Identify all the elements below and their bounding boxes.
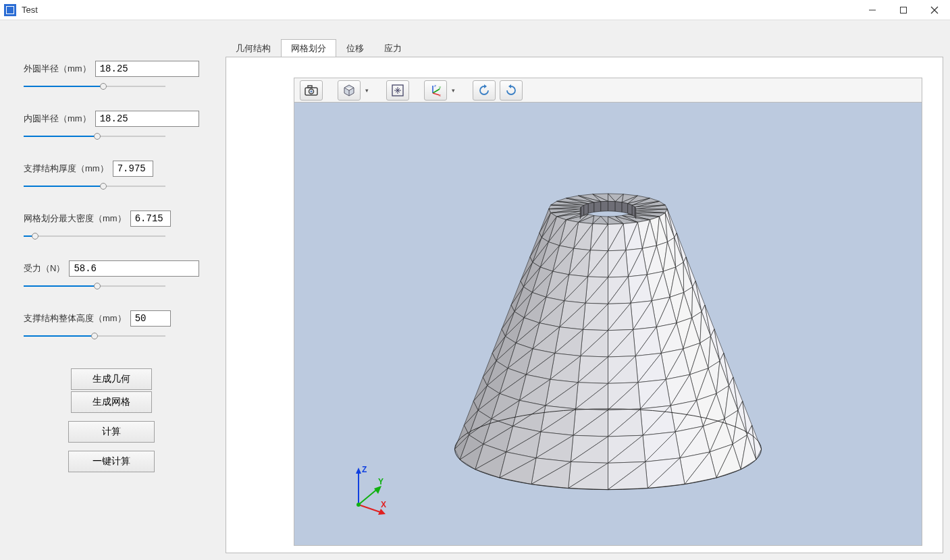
generate-geometry-button[interactable]: 生成几何 [71,368,152,390]
close-button[interactable] [919,0,950,20]
parameter-sidebar: 外圆半径（mm）内圆半径（mm）支撑结构厚度（mm）网格划分最大密度（mm）受力… [0,20,223,560]
param-group: 外圆半径（mm） [24,61,199,92]
param-input[interactable] [95,61,199,77]
maximize-button[interactable] [888,0,919,20]
svg-text:Y: Y [378,477,384,486]
window-title: Test [22,5,857,15]
param-input[interactable] [69,260,199,277]
axes-dropdown-icon[interactable]: ▾ [448,87,458,94]
cube-icon[interactable] [338,80,361,101]
tab[interactable]: 位移 [336,39,374,57]
param-input[interactable] [130,211,171,227]
svg-text:y: y [439,85,441,89]
param-input[interactable] [113,161,153,177]
param-group: 支撑结构厚度（mm） [24,161,199,192]
tab[interactable]: 应力 [374,39,412,57]
tab[interactable]: 几何结构 [226,39,281,57]
fit-icon[interactable] [386,80,409,101]
param-input[interactable] [130,310,171,327]
svg-line-22 [359,505,382,513]
svg-rect-7 [308,86,312,88]
param-slider[interactable] [24,131,165,142]
mesh-canvas[interactable]: Z Y X [294,103,922,545]
cube-dropdown-icon[interactable]: ▾ [362,87,371,94]
svg-point-25 [357,503,361,507]
rotate-cw-icon[interactable] [500,80,523,101]
viewport-toolbar: ▾ zyx ▾ [294,78,922,103]
svg-point-6 [311,90,313,92]
axis-triad: Z Y X [348,464,396,518]
tab-bar: 几何结构网格划分位移应力 [223,39,950,57]
svg-rect-1 [901,7,907,13]
title-bar: Test [0,0,950,20]
param-label: 外圆半径（mm） [24,63,91,75]
svg-text:z: z [434,84,436,88]
generate-mesh-button[interactable]: 生成网格 [71,391,152,413]
param-label: 内圆半径（mm） [24,113,91,125]
main-panel: 几何结构网格划分位移应力 ▾ zyx ▾ [223,20,950,560]
camera-icon[interactable] [300,80,323,101]
param-slider[interactable] [24,331,165,341]
one-click-compute-button[interactable]: 一键计算 [68,451,155,472]
param-input[interactable] [95,111,199,127]
compute-button[interactable]: 计算 [68,421,155,443]
svg-text:X: X [381,500,386,509]
param-group: 网格划分最大密度（mm） [24,211,199,242]
rotate-ccw-icon[interactable] [473,80,496,101]
svg-marker-17 [356,468,361,474]
tab[interactable]: 网格划分 [281,39,336,57]
param-group: 支撑结构整体高度（mm） [24,310,199,341]
param-label: 支撑结构厚度（mm） [24,163,109,175]
param-slider[interactable] [24,181,165,192]
svg-marker-20 [374,486,381,494]
axes-icon[interactable]: zyx [424,80,447,101]
app-icon [4,4,16,16]
param-label: 网格划分最大密度（mm） [24,213,126,225]
param-group: 内圆半径（mm） [24,111,199,142]
svg-text:x: x [439,93,441,97]
param-group: 受力（N） [24,260,199,291]
svg-text:Z: Z [362,465,367,474]
param-slider[interactable] [24,81,165,92]
param-label: 受力（N） [24,262,65,275]
param-slider[interactable] [24,231,165,242]
viewport-3d[interactable]: ▾ zyx ▾ [294,78,922,546]
param-slider[interactable] [24,281,165,291]
minimize-button[interactable] [857,0,888,20]
param-label: 支撑结构整体高度（mm） [24,312,126,325]
